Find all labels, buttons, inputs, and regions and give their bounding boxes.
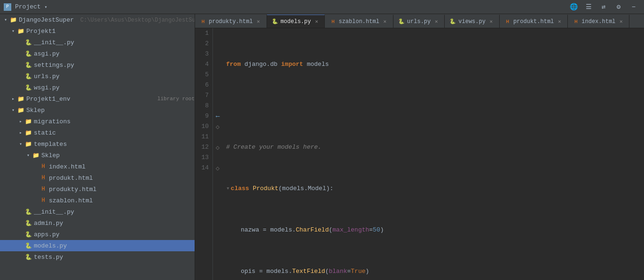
sidebar-item-wsgi-py[interactable]: 🐍 wsgi.py [0,82,195,93]
sklep-icon: 📁 [17,106,24,114]
minimize-button[interactable]: − [627,0,640,14]
static-arrow [17,129,24,136]
sidebar-item-apps-py[interactable]: 🐍 apps.py [0,229,195,240]
admin-py-label: admin.py [34,220,195,227]
init-py-2-label: __init__.py [34,208,195,216]
tab-produkt[interactable]: H produkt.html ✕ [500,15,568,28]
init-py-2-icon: 🐍 [24,208,32,216]
library-root-badge: library root [157,96,195,102]
fold-10: ◇ [213,121,222,132]
sidebar-item-settings-py[interactable]: 🐍 settings.py [0,59,195,71]
asgi-py-icon: 🐍 [24,50,32,57]
wsgi-py-label: wsgi.py [34,84,195,91]
sklep-label: Sklep [26,107,195,114]
apps-py-icon: 🐍 [24,231,32,238]
sidebar-item-urls-py-1[interactable]: 🐍 urls.py [0,71,195,82]
tab-index-icon: H [573,18,579,25]
code-line-1: from django.db import models [226,59,640,70]
sidebar: 📁 DjangoJestSuper C:\Users\Asus\Desktop\… [0,14,195,280]
sidebar-item-migrations[interactable]: 📁 migrations [0,116,195,127]
models-py-icon: 🐍 [24,242,32,249]
static-icon: 📁 [24,129,32,136]
tab-produkty-close[interactable]: ✕ [255,18,262,25]
tab-produkty[interactable]: H produkty.html ✕ [195,15,267,28]
tab-urls[interactable]: 🐍 urls.py ✕ [393,15,445,28]
tab-produkty-icon: H [200,18,206,25]
sidebar-item-models-py[interactable]: 🐍 models.py [0,240,195,251]
root-label: DjangoJestSuper C:\Users\Asus\Desktop\Dj… [19,16,195,24]
tab-views[interactable]: 🐍 views.py ✕ [445,15,500,28]
szablon-html-t-icon: H [39,197,47,204]
produkty-html-t-label: produkty.html [49,186,195,193]
tab-szablon-icon: H [330,18,336,25]
asgi-py-label: asgi.py [34,50,195,57]
projekt1-env-icon: 📁 [17,95,24,103]
sidebar-item-init-py-1[interactable]: 🐍 __init__.py [0,37,195,48]
tab-models-close[interactable]: ✕ [313,18,320,25]
root-arrow [2,16,9,24]
sidebar-item-templates[interactable]: 📁 templates [0,138,195,150]
sidebar-item-asgi-py[interactable]: 🐍 asgi.py [0,48,195,59]
sidebar-item-projekt1[interactable]: 📁 Projekt1 [0,25,195,37]
wsgi-py-icon: 🐍 [24,84,32,91]
fold-12: ◇ [213,142,222,152]
title-bar-title: Project [15,3,41,10]
code-line-6: opis = models.TextField(blank=True) [226,266,640,277]
migrations-icon: 📁 [24,118,32,125]
tab-szablon-close[interactable]: ✕ [382,18,388,25]
sidebar-item-szablon-html-t[interactable]: H szablon.html [0,195,195,206]
tab-urls-icon: 🐍 [398,18,405,25]
line-numbers: 1 2 3 4 5 6 7 8 9 10 11 12 13 14 [195,28,213,280]
apps-py-label: apps.py [34,231,195,238]
admin-py-icon: 🐍 [24,219,32,227]
produkt-html-t-icon: H [39,174,47,182]
sidebar-item-produkty-html-t[interactable]: H produkty.html [0,184,195,195]
code-line-3: # Create your models here. [226,142,640,152]
projekt1-env-arrow [9,95,17,103]
init-py-1-label: __init__.py [34,39,195,46]
sidebar-item-tests-py[interactable]: 🐍 tests.py [0,251,195,263]
tab-urls-close[interactable]: ✕ [433,18,440,25]
sidebar-item-projekt1-env[interactable]: 📁 Projekt1_env library root [0,93,195,104]
tab-index-close[interactable]: ✕ [618,18,624,25]
code-content[interactable]: from django.db import models # Create yo… [222,28,644,280]
tab-index[interactable]: H index.html ✕ [568,15,629,28]
index-html-t-icon: H [39,163,47,170]
title-dropdown-arrow[interactable]: ▾ [45,4,47,10]
sidebar-item-admin-py[interactable]: 🐍 admin.py [0,217,195,229]
sidebar-item-init-py-2[interactable]: 🐍 __init__.py [0,206,195,217]
gear-button[interactable]: ⚙ [612,0,625,14]
projekt1-label: Projekt1 [26,28,195,35]
tab-models[interactable]: 🐍 models.py ✕ [267,15,325,28]
tab-models-label: models.py [281,18,311,25]
sidebar-item-sklep[interactable]: 📁 Sklep [0,104,195,116]
list-button[interactable]: ☰ [582,0,595,14]
sklep-arrow [9,106,17,114]
split-button[interactable]: ⇄ [597,0,610,14]
gutter: ⟵ ◇ ◇ ◇ [213,28,222,280]
sidebar-item-index-html-t[interactable]: H index.html [0,161,195,172]
tab-produkty-label: produkty.html [209,18,253,25]
tests-py-label: tests.py [34,254,195,261]
tab-index-label: index.html [581,18,615,25]
tab-produkt-close[interactable]: ✕ [556,18,563,25]
tests-py-icon: 🐍 [24,253,32,261]
title-bar-controls: 🌐 ☰ ⇄ ⚙ − [567,0,640,14]
templates-icon: 📁 [24,140,32,148]
sidebar-root[interactable]: 📁 DjangoJestSuper C:\Users\Asus\Desktop\… [0,14,195,25]
tab-views-close[interactable]: ✕ [488,18,495,25]
models-py-label: models.py [34,242,195,249]
sidebar-item-sklep2[interactable]: 📁 Sklep [0,150,195,161]
sklep2-icon: 📁 [32,152,39,159]
globe-button[interactable]: 🌐 [567,0,580,14]
tab-models-icon: 🐍 [272,18,278,25]
tab-produkt-label: produkt.html [513,18,554,25]
sidebar-item-produkt-html-t[interactable]: H produkt.html [0,172,195,184]
code-line-5: nazwa = models.CharField(max_length=50) [226,225,640,235]
tab-szablon[interactable]: H szablon.html ✕ [325,15,393,28]
sidebar-item-static[interactable]: 📁 static [0,127,195,138]
index-html-t-label: index.html [49,163,195,170]
project-icon: P [4,3,11,11]
code-editor[interactable]: 1 2 3 4 5 6 7 8 9 10 11 12 13 14 [195,28,644,280]
static-label: static [34,129,195,136]
